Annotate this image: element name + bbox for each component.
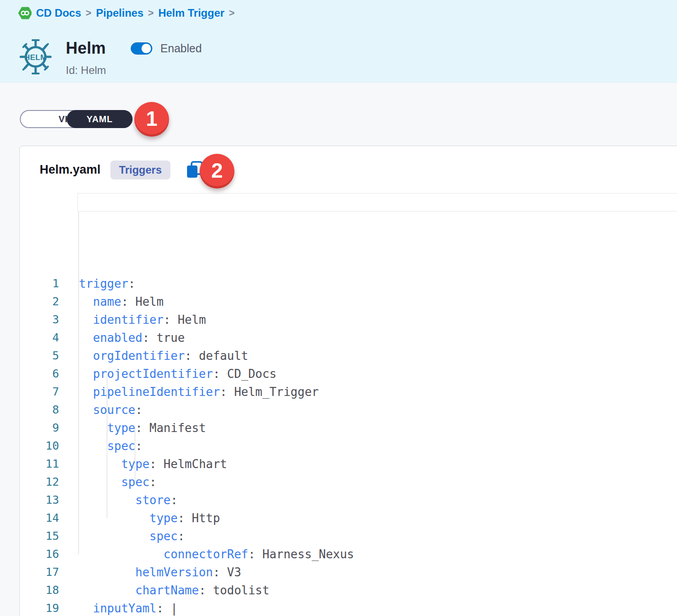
line-number: 6 <box>20 365 59 383</box>
code-line[interactable]: 12 spec: <box>20 473 677 491</box>
yaml-key: type <box>150 511 178 525</box>
line-number: 18 <box>20 581 59 599</box>
breadcrumb-link-project[interactable]: CD Docs <box>36 7 81 19</box>
code-text: type: Manifest <box>79 419 206 437</box>
yaml-value: Http <box>192 511 220 525</box>
line-number: 3 <box>20 311 59 329</box>
line-number: 14 <box>20 509 59 527</box>
breadcrumb-link-helm-trigger[interactable]: Helm Trigger <box>158 7 224 19</box>
yaml-value: Helm <box>135 295 164 308</box>
code-line[interactable]: 18 chartName: todolist <box>20 581 677 599</box>
yaml-key: inputYaml <box>93 602 156 615</box>
triggers-badge: Triggers <box>110 161 170 179</box>
yaml-file-name: Helm.yaml <box>40 163 101 177</box>
breadcrumb-separator-icon: > <box>148 7 154 19</box>
line-number: 13 <box>20 491 59 509</box>
line-number: 1 <box>20 275 59 293</box>
code-text: spec: <box>79 473 156 491</box>
line-number: 8 <box>20 401 59 419</box>
yaml-panel-header: Helm.yaml Triggers <box>20 146 677 193</box>
line-number: 10 <box>20 437 59 455</box>
code-text: chartName: todolist <box>79 581 270 599</box>
code-text: spec: <box>79 437 142 455</box>
code-line[interactable]: 9 type: Manifest <box>20 419 677 437</box>
code-text: store: <box>79 491 178 509</box>
code-text: inputYaml: | <box>79 599 178 616</box>
enabled-label: Enabled <box>160 42 202 55</box>
yaml-key: identifier <box>93 313 164 326</box>
yaml-value: Harness_Nexus <box>262 547 354 561</box>
code-line[interactable]: 10 spec: <box>20 437 677 455</box>
cd-module-icon <box>18 6 32 20</box>
yaml-key: spec <box>107 439 136 453</box>
code-line[interactable]: 2 name: Helm <box>20 293 677 311</box>
line-number: 2 <box>20 293 59 311</box>
tab-yaml[interactable]: YAML <box>67 110 133 128</box>
line-number: 12 <box>20 473 59 491</box>
code-line[interactable]: 6 projectIdentifier: CD_Docs <box>20 365 677 383</box>
code-line[interactable]: 5 orgIdentifier: default <box>20 347 677 365</box>
yaml-key: pipelineIdentifier <box>93 385 220 399</box>
code-text: connectorRef: Harness_Nexus <box>79 545 354 563</box>
enabled-toggle[interactable] <box>131 42 152 55</box>
yaml-key: enabled <box>93 331 142 345</box>
yaml-value: HelmChart <box>164 457 227 471</box>
code-line[interactable]: 17 helmVersion: V3 <box>20 563 677 581</box>
yaml-value: todolist <box>213 584 269 597</box>
breadcrumb-link-pipelines[interactable]: Pipelines <box>96 7 143 19</box>
yaml-key: connectorRef <box>164 547 248 561</box>
code-text: trigger: <box>79 275 135 293</box>
annotation-badge-2: 2 <box>200 154 234 188</box>
yaml-value: Helm_Trigger <box>234 385 319 399</box>
code-text: type: HelmChart <box>79 455 227 473</box>
visual-yaml-switch[interactable]: VISUAL YAML <box>20 110 133 128</box>
trigger-id: Id: Helm <box>66 64 202 77</box>
line-number: 15 <box>20 527 59 545</box>
yaml-panel: Helm.yaml Triggers 1trigger:2 name: Helm… <box>19 146 677 616</box>
code-line[interactable]: 16 connectorRef: Harness_Nexus <box>20 545 677 563</box>
code-line[interactable]: 4 enabled: true <box>20 329 677 347</box>
line-number: 11 <box>20 455 59 473</box>
trigger-title-row: HELM Helm Enabled Id: Helm <box>19 36 202 77</box>
yaml-key: chartName <box>135 584 199 597</box>
yaml-key: name <box>93 295 121 308</box>
yaml-key: projectIdentifier <box>93 367 213 381</box>
page-title: Helm <box>66 39 106 58</box>
code-line[interactable]: 8 source: <box>20 401 677 419</box>
code-line[interactable]: 3 identifier: Helm <box>20 311 677 329</box>
code-line[interactable]: 15 spec: <box>20 527 677 545</box>
line-number: 5 <box>20 347 59 365</box>
line-number: 9 <box>20 419 59 437</box>
yaml-value: default <box>199 349 248 363</box>
code-line[interactable]: 13 store: <box>20 491 677 509</box>
line-number: 19 <box>20 599 59 616</box>
breadcrumb: CD Docs > Pipelines > Helm Trigger > <box>18 6 235 20</box>
current-line-highlight <box>78 193 677 211</box>
annotation-badge-1: 1 <box>134 102 169 137</box>
yaml-value: Helm <box>178 313 206 326</box>
code-text: helmVersion: V3 <box>79 563 241 581</box>
breadcrumb-separator-icon: > <box>229 7 235 19</box>
code-text: projectIdentifier: CD_Docs <box>79 365 276 383</box>
svg-text:HELM: HELM <box>24 53 47 62</box>
code-line[interactable]: 11 type: HelmChart <box>20 455 677 473</box>
code-text: enabled: true <box>79 329 185 347</box>
yaml-key: trigger <box>79 277 128 290</box>
yaml-value: CD_Docs <box>227 367 277 381</box>
code-line[interactable]: 7 pipelineIdentifier: Helm_Trigger <box>20 383 677 401</box>
code-line[interactable]: 14 type: Http <box>20 509 677 527</box>
yaml-value: V3 <box>227 565 241 579</box>
code-text: spec: <box>79 527 185 545</box>
code-line[interactable]: 19 inputYaml: | <box>20 599 677 616</box>
page-header: CD Docs > Pipelines > Helm Trigger > <box>0 0 677 83</box>
yaml-key: spec <box>150 529 178 543</box>
code-text: identifier: Helm <box>79 311 206 329</box>
line-number: 17 <box>20 563 59 581</box>
yaml-key: spec <box>121 475 150 489</box>
yaml-editor[interactable]: 1trigger:2 name: Helm3 identifier: Helm4… <box>20 193 677 616</box>
code-text: type: Http <box>79 509 220 527</box>
code-line[interactable]: 1trigger: <box>20 275 677 293</box>
yaml-key: type <box>107 421 136 435</box>
yaml-key: source <box>93 403 135 417</box>
toggle-knob <box>142 44 151 53</box>
